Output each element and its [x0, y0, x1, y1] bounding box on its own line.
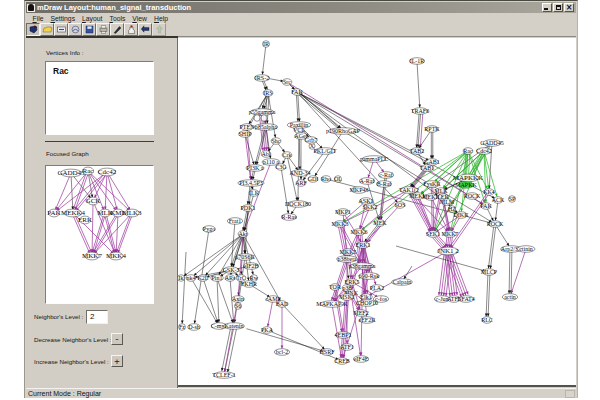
vertices-info-box[interactable]: Rac [45, 61, 154, 135]
menu-view[interactable]: View [129, 15, 151, 22]
graph-node-fMLK[interactable]: MLK [97, 209, 113, 217]
graph-node-fMLK3[interactable]: MLK3 [122, 209, 142, 217]
increase-level-label: Increase Neighbor's Level : [34, 358, 109, 365]
svg-text:GADD45: GADD45 [57, 169, 85, 177]
graph-node-fPAK[interactable]: PAK [47, 209, 60, 217]
neighbors-level-label: Neighbor's Level : [34, 313, 83, 320]
arrow-icon [140, 24, 151, 35]
window-controls: × [542, 3, 574, 12]
separator-line [45, 141, 154, 142]
minimize-icon [544, 8, 548, 10]
svg-text:KML: KML [110, 209, 126, 217]
print-button[interactable] [96, 23, 110, 36]
open-folder-icon [42, 24, 53, 35]
menu-help[interactable]: Help [150, 15, 171, 22]
pen-button[interactable] [110, 23, 124, 36]
svg-text:Cdc42: Cdc42 [98, 168, 117, 176]
select-tool-button[interactable] [26, 23, 40, 36]
graph-node-fGCK[interactable]: GCK [86, 197, 101, 205]
graph-node-fERK[interactable]: ERK [78, 216, 92, 224]
focused-graph-label: Focused Graph [46, 150, 89, 157]
close-button[interactable]: × [564, 3, 574, 12]
svg-text:ERK: ERK [78, 216, 92, 224]
focused-graph-box[interactable]: GADD45RacCdc42GCKPAKMEKK4MLKKMLMLK3ERKMK… [45, 165, 154, 304]
graph-canvas[interactable] [178, 38, 576, 387]
resize-grip[interactable] [565, 390, 575, 398]
menu-settings[interactable]: Settings [47, 15, 79, 22]
restore-button[interactable] [553, 3, 563, 12]
graph-node-fMKK7[interactable]: MKK7 [82, 252, 102, 260]
sidebar: Vertices Info : Rac Focused Graph GADD45… [26, 38, 178, 388]
print-icon [98, 24, 109, 35]
svg-text:Rac: Rac [83, 167, 94, 175]
menu-layout[interactable]: Layout [79, 15, 106, 22]
save-button[interactable] [82, 23, 96, 36]
svg-text:MLK: MLK [97, 209, 113, 217]
restore-icon [556, 5, 561, 10]
minimize-button[interactable] [542, 3, 552, 12]
arrow-button[interactable] [138, 23, 152, 36]
select-tool-icon [28, 24, 39, 35]
svg-text:MLK3: MLK3 [122, 209, 142, 217]
svg-text:GCK: GCK [86, 197, 101, 205]
decrease-level-label: Decrease Neighbor's Level : [34, 336, 112, 343]
svg-text:MKK4: MKK4 [106, 252, 126, 260]
focused-graph-svg: GADD45RacCdc42GCKPAKMEKK4MLKKMLMLK3ERKMK… [46, 166, 153, 303]
vertices-info-label: Vertices Info : [46, 49, 84, 56]
save-icon [84, 24, 95, 35]
close-icon: × [565, 4, 573, 11]
pen-icon [112, 24, 123, 35]
title-bar[interactable]: mDraw Layout:human_signal_transduction × [26, 2, 576, 13]
toolbar [26, 23, 576, 36]
graph-node-fRac[interactable]: Rac [82, 167, 93, 175]
menu-bar: FileSettingsLayoutToolsViewHelp [26, 13, 576, 23]
export-button[interactable] [54, 23, 68, 36]
graph-node-fGADD45[interactable]: GADD45 [57, 169, 85, 177]
refresh-button[interactable] [152, 23, 166, 36]
ink-icon [126, 24, 137, 35]
neighbors-level-input[interactable]: 2 [86, 310, 108, 324]
graph-node-fMKK4[interactable]: MKK4 [106, 252, 126, 260]
graph-node-fCdc42[interactable]: Cdc42 [98, 168, 117, 176]
open-folder-button[interactable] [40, 23, 54, 36]
ink-button[interactable] [124, 23, 138, 36]
desktop: mDraw Layout:human_signal_transduction ×… [0, 0, 600, 400]
menu-tools[interactable]: Tools [106, 15, 129, 22]
status-mode-text: Current Mode : Regular [28, 390, 101, 397]
window-title: mDraw Layout:human_signal_transduction [37, 3, 191, 12]
app-window: mDraw Layout:human_signal_transduction ×… [24, 0, 578, 398]
selected-vertex-name: Rac [53, 66, 69, 76]
status-bar: Current Mode : Regular [26, 388, 576, 398]
graph-node-fKML[interactable]: KML [110, 209, 126, 217]
refresh-icon [154, 24, 165, 35]
app-icon [27, 4, 35, 12]
menu-file[interactable]: File [29, 15, 47, 22]
export-icon [56, 24, 67, 35]
sphere-icon [70, 24, 81, 35]
canvas-top-border [178, 36, 576, 37]
decrease-level-button[interactable]: - [111, 333, 123, 345]
svg-text:MEKK4: MEKK4 [61, 209, 86, 217]
svg-text:MKK7: MKK7 [82, 252, 102, 260]
graph-node-fMEKK4[interactable]: MEKK4 [61, 209, 86, 217]
svg-text:PAK: PAK [47, 209, 60, 217]
increase-level-button[interactable]: + [111, 355, 123, 367]
sphere-button[interactable] [68, 23, 82, 36]
